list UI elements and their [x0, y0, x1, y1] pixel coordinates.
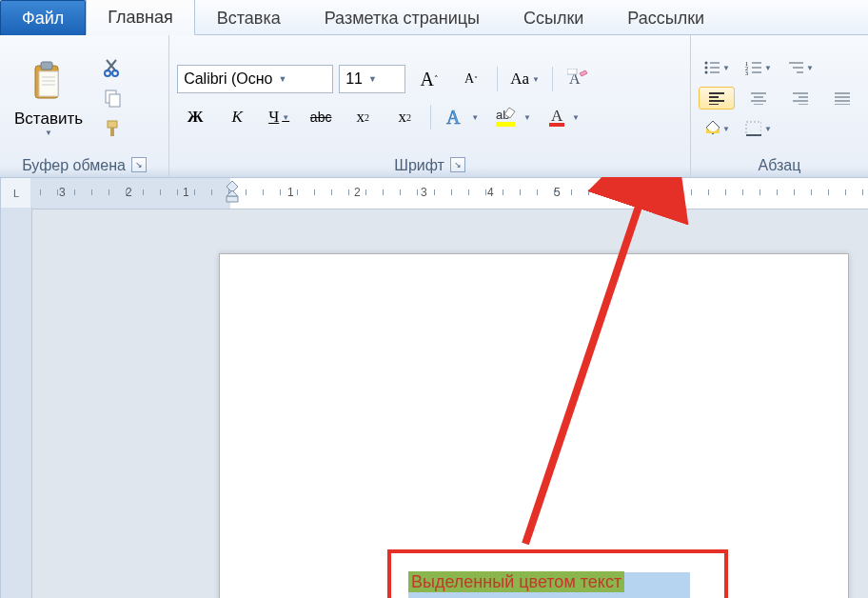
group-paragraph-label: Абзац	[759, 157, 801, 174]
svg-rect-18	[549, 123, 564, 127]
clear-formatting-button[interactable]: A	[561, 65, 597, 93]
strike-button[interactable]: abc	[303, 103, 339, 131]
bold-button[interactable]: Ж	[177, 103, 213, 131]
group-clipboard: Вставить ▼ Буфер обмена ↘	[0, 35, 169, 178]
font-launcher[interactable]: ↘	[450, 157, 465, 172]
ruler-number: 5	[554, 186, 561, 199]
subscript-button[interactable]: x2	[345, 103, 381, 131]
group-paragraph: ▼ 123▼ ▼ ▼ ▼ А	[691, 35, 868, 178]
svg-text:A: A	[446, 107, 461, 128]
svg-rect-2	[41, 62, 52, 70]
text-effects-button[interactable]: A▼	[439, 103, 483, 131]
svg-marker-53	[227, 196, 238, 202]
superscript-button[interactable]: x2	[386, 103, 423, 131]
tab-insert[interactable]: Вставка	[195, 0, 303, 35]
annotation-box: Выделенный цветом текст	[387, 549, 728, 598]
ruler-number: 4	[487, 186, 494, 199]
multilevel-button[interactable]: ▼	[782, 56, 819, 79]
font-color-button[interactable]: A ▼	[542, 103, 584, 131]
svg-rect-11	[110, 128, 114, 136]
indent-marker-icon[interactable]	[223, 179, 242, 208]
group-clipboard-label: Буфер обмена	[22, 157, 126, 174]
svg-rect-1	[39, 71, 58, 96]
svg-point-23	[705, 71, 708, 74]
svg-point-7	[112, 70, 118, 76]
svg-point-21	[705, 67, 708, 70]
svg-rect-13	[567, 69, 577, 74]
ruler-corner[interactable]: L	[0, 177, 32, 209]
svg-text:A: A	[551, 107, 563, 125]
tab-home[interactable]: Главная	[86, 0, 195, 35]
svg-rect-16	[496, 122, 515, 127]
ruler-number: 2	[126, 186, 132, 199]
bullets-button[interactable]: ▼	[699, 56, 735, 79]
svg-marker-54	[227, 190, 238, 196]
ruler-number: 1	[287, 186, 294, 199]
cut-icon[interactable]	[103, 57, 124, 78]
horizontal-ruler[interactable]: 321123456	[30, 177, 868, 209]
separator	[552, 67, 553, 91]
svg-rect-50	[746, 122, 761, 135]
format-painter-icon[interactable]	[103, 118, 124, 139]
tab-references[interactable]: Ссылки	[502, 0, 605, 35]
align-left-button[interactable]	[699, 87, 735, 110]
svg-point-6	[105, 70, 110, 76]
vertical-ruler[interactable]	[0, 208, 32, 598]
paste-label: Вставить	[14, 110, 83, 129]
copy-icon[interactable]	[103, 88, 124, 109]
change-case-button[interactable]: Aa▼	[505, 65, 544, 93]
group-font: Calibri (Осно▼ 11▼ A˄ A˅ Aa▼ A	[169, 35, 691, 178]
ribbon-tabstrip: Файл Главная Вставка Разметка страницы С…	[0, 0, 868, 35]
font-family-combo[interactable]: Calibri (Осно▼	[177, 65, 333, 93]
tab-page-layout[interactable]: Разметка страницы	[303, 0, 502, 35]
grow-font-button[interactable]: A˄	[411, 65, 447, 93]
svg-point-19	[705, 62, 708, 65]
ruler-number: 2	[354, 186, 361, 199]
font-family-value: Calibri (Осно	[184, 70, 272, 88]
paste-button[interactable]: Вставить ▼	[8, 57, 89, 140]
document-page[interactable]: Выделенный цветом текст	[219, 253, 849, 598]
ruler-number: 3	[59, 186, 66, 199]
borders-button[interactable]: ▼	[740, 117, 777, 140]
ruler-number: 3	[421, 186, 427, 199]
shrink-font-button[interactable]: A˅	[453, 65, 489, 93]
separator	[497, 67, 498, 91]
group-font-label: Шрифт	[394, 157, 444, 174]
svg-rect-10	[108, 121, 117, 128]
document-area: L 321123456 Выделенный цветом текст	[0, 177, 868, 598]
svg-rect-9	[109, 94, 120, 107]
align-right-button[interactable]	[782, 87, 819, 110]
separator	[430, 105, 431, 130]
justify-button[interactable]	[824, 87, 860, 110]
tab-file[interactable]: Файл	[0, 0, 86, 35]
ruler-number: 1	[183, 186, 189, 199]
ribbon: Вставить ▼ Буфер обмена ↘	[0, 35, 868, 179]
font-size-combo[interactable]: 11▼	[339, 65, 405, 93]
shading-button[interactable]: ▼	[699, 117, 735, 140]
italic-button[interactable]: К	[219, 103, 255, 131]
ruler-number: 6	[621, 186, 627, 199]
text-selection: Выделенный цветом текст	[408, 572, 690, 598]
highlight-button[interactable]: ab ▼	[489, 103, 536, 131]
align-center-button[interactable]	[740, 87, 777, 110]
clipboard-paste-icon	[28, 60, 69, 106]
underline-button[interactable]: Ч▼	[261, 103, 297, 131]
tab-mailings[interactable]: Рассылки	[605, 0, 726, 35]
font-size-value: 11	[345, 70, 363, 88]
numbering-button[interactable]: 123▼	[740, 56, 777, 79]
clipboard-launcher[interactable]: ↘	[131, 157, 147, 172]
svg-text:3: 3	[745, 70, 748, 75]
highlighted-sample-text: Выделенный цветом текст	[408, 571, 624, 592]
